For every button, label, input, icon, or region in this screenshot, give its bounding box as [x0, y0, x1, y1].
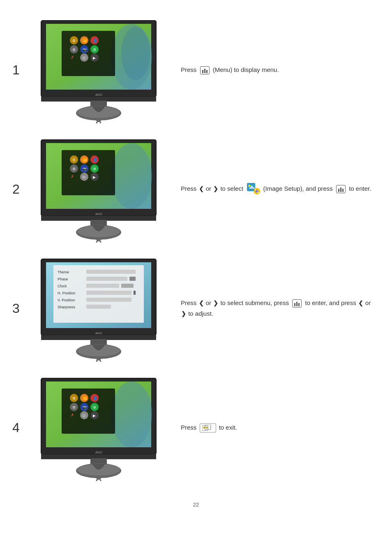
step-3-row: 3 Theme Phase Clock [12, 255, 380, 362]
step-1-number: 1 [12, 62, 33, 78]
svg-text:AOC: AOC [95, 212, 103, 216]
step-3-instruction: Press ❮ or ❯ to select submenu, press to… [164, 298, 380, 319]
svg-rect-31 [62, 150, 115, 195]
svg-rect-75 [134, 291, 136, 295]
menu-button-icon-1 [200, 66, 210, 74]
svg-point-53 [97, 240, 101, 243]
step-3-select-submenu: to select submenu, press [220, 299, 291, 306]
step-4-press-label: Press [181, 424, 198, 431]
svg-rect-74 [86, 291, 131, 295]
exit-button-icon: ▶ ◀ [200, 423, 216, 432]
svg-text:AOC: AOC [95, 331, 103, 335]
svg-text:⚙: ⚙ [93, 405, 96, 409]
svg-text:O: O [83, 414, 85, 418]
svg-rect-79 [86, 305, 111, 309]
menu-button-icon-2 [336, 185, 346, 193]
svg-point-111 [97, 479, 101, 481]
svg-text:👤: 👤 [93, 157, 98, 162]
svg-rect-68 [86, 277, 127, 281]
svg-rect-69 [129, 277, 136, 281]
step-3-to-adjust: to adjust. [188, 310, 213, 317]
step-4-row: 4 ⚙ 📶 👤 [12, 374, 380, 481]
svg-text:📶: 📶 [83, 38, 88, 43]
svg-text:⚙: ⚙ [93, 167, 96, 171]
svg-rect-72 [121, 284, 134, 288]
step-1-monitor: ⚙ 📶 👤 ⚙ 📷 ⚙ ✗ O ▶ [33, 16, 164, 123]
svg-point-3 [121, 27, 150, 80]
svg-text:⚙: ⚙ [72, 167, 76, 171]
svg-text:⚙: ⚙ [72, 39, 76, 43]
chevron-right-3b: ❯ [181, 309, 186, 319]
step-3-or-1: or [206, 299, 213, 306]
svg-text:📷: 📷 [83, 166, 88, 171]
svg-text:V. Position: V. Position [58, 298, 75, 302]
step-4-number: 4 [12, 420, 33, 435]
svg-text:Theme: Theme [58, 270, 69, 274]
svg-text:⚙: ⚙ [93, 48, 96, 52]
svg-text:Sharpness: Sharpness [58, 305, 76, 309]
svg-rect-66 [86, 270, 136, 274]
svg-rect-89 [62, 388, 115, 434]
svg-point-88 [111, 382, 152, 447]
svg-text:✗: ✗ [71, 413, 74, 417]
svg-text:✗: ✗ [71, 174, 74, 179]
svg-text:👤: 👤 [93, 38, 98, 43]
svg-text:⚙: ⚙ [72, 396, 76, 400]
image-setup-icon [246, 182, 260, 196]
svg-text:O: O [83, 175, 85, 179]
step-1-press-label: Press [181, 66, 198, 73]
svg-text:⚙: ⚙ [72, 158, 76, 162]
chevron-right-3a: ❯ [213, 298, 218, 308]
step-2-monitor: ⚙ 📶 👤 ⚙ 📷 ⚙ ✗ O ▶ [33, 136, 164, 243]
step-2-or-1: or [206, 185, 213, 192]
svg-text:📷: 📷 [83, 405, 88, 410]
chevron-left-3b: ❮ [358, 298, 363, 308]
svg-point-30 [111, 143, 152, 209]
svg-text:Clock: Clock [58, 284, 67, 288]
svg-text:✗: ✗ [71, 55, 74, 60]
step-2-enter-text: to enter. [349, 185, 371, 192]
chevron-left-3a: ❮ [199, 298, 204, 308]
svg-text:▶: ▶ [93, 175, 96, 179]
svg-point-57 [249, 185, 251, 187]
menu-button-icon-3 [292, 299, 302, 308]
svg-text:⚙: ⚙ [72, 48, 76, 52]
svg-text:AOC: AOC [95, 451, 103, 454]
step-2-press-label: Press [181, 185, 198, 192]
svg-text:📷: 📷 [83, 47, 88, 52]
svg-text:📶: 📶 [83, 157, 88, 162]
step-2-instruction: Press ❮ or ❯ to select (Image Setup), an… [164, 182, 380, 196]
page: 1 [0, 0, 392, 555]
step-2-image-setup-label: (Image Setup), and press [263, 185, 334, 192]
step-1-row: 1 [12, 16, 380, 123]
step-3-or-2: or [365, 299, 371, 306]
step-1-text: (Menu) to display menu. [213, 66, 279, 73]
chevron-right-2a: ❯ [213, 184, 218, 194]
svg-rect-71 [86, 284, 119, 288]
step-3-number: 3 [12, 301, 33, 316]
step-4-exit-text: to exit. [219, 424, 237, 431]
step-2-row: 2 ⚙ 📶 👤 [12, 136, 380, 243]
svg-text:O: O [83, 56, 85, 60]
svg-rect-77 [86, 298, 131, 302]
chevron-left-2a: ❮ [199, 184, 204, 194]
svg-text:▶: ▶ [93, 414, 96, 418]
step-3-press-label: Press [181, 299, 198, 306]
svg-text:📶: 📶 [83, 396, 88, 401]
page-number: 22 [12, 502, 380, 508]
step-3-monitor: Theme Phase Clock H. Position V. Positio… [33, 255, 164, 362]
svg-text:◀: ◀ [202, 426, 205, 429]
svg-text:▶: ▶ [93, 56, 96, 60]
step-2-number: 2 [12, 182, 33, 197]
svg-text:👤: 👤 [93, 396, 98, 401]
step-2-select-text: to select [220, 185, 245, 192]
step-4-monitor: ⚙ 📶 👤 ⚙ 📷 ⚙ ✗ O ▶ [33, 374, 164, 481]
svg-text:⚙: ⚙ [72, 405, 76, 409]
svg-rect-4 [62, 31, 115, 76]
step-1-instruction: Press (Menu) to display menu. [164, 65, 380, 75]
step-3-to-enter: to enter, and press [305, 299, 357, 306]
svg-text:Phase: Phase [58, 277, 68, 281]
step-4-instruction: Press ▶ ◀ to exit. [164, 422, 380, 433]
svg-point-84 [97, 360, 101, 362]
svg-point-26 [97, 121, 101, 123]
